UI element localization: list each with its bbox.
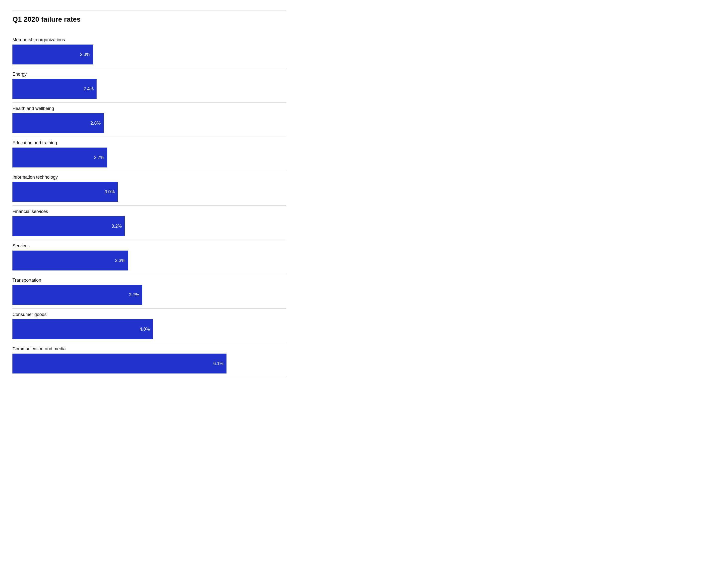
chart-row: Services3.3% <box>12 240 286 274</box>
row-label: Communication and media <box>12 343 286 353</box>
bar-value-label: 4.0% <box>140 327 150 332</box>
chart-row: Financial services3.2% <box>12 206 286 240</box>
bar: 2.3% <box>12 45 93 64</box>
bar-wrapper: 3.0% <box>12 182 286 205</box>
bar-value-label: 3.3% <box>115 258 125 263</box>
bar: 2.6% <box>12 113 104 133</box>
row-label: Membership organizations <box>12 34 286 45</box>
bar: 3.3% <box>12 250 128 270</box>
bar-value-label: 3.0% <box>105 189 115 194</box>
bar: 3.2% <box>12 216 125 236</box>
chart-row: Health and wellbeing2.6% <box>12 103 286 137</box>
bar: 4.0% <box>12 319 153 339</box>
bar-value-label: 2.6% <box>90 121 101 126</box>
row-label: Financial services <box>12 206 286 216</box>
bar-value-label: 3.2% <box>111 224 122 229</box>
bar-wrapper: 6.1% <box>12 353 286 377</box>
row-label: Consumer goods <box>12 309 286 319</box>
row-label: Energy <box>12 68 286 79</box>
chart-title: Q1 2020 failure rates <box>12 10 286 26</box>
bar-wrapper: 2.6% <box>12 113 286 137</box>
row-label: Health and wellbeing <box>12 103 286 113</box>
bar-value-label: 2.4% <box>83 86 94 91</box>
bar-wrapper: 2.4% <box>12 79 286 102</box>
row-label: Services <box>12 240 286 250</box>
chart-row: Energy2.4% <box>12 68 286 103</box>
chart-row: Education and training2.7% <box>12 137 286 171</box>
bar: 3.7% <box>12 285 142 305</box>
bar-value-label: 6.1% <box>213 361 224 366</box>
bar-wrapper: 3.3% <box>12 250 286 274</box>
bar-wrapper: 3.2% <box>12 216 286 240</box>
chart-row: Consumer goods4.0% <box>12 309 286 343</box>
bar: 6.1% <box>12 353 227 373</box>
bar-value-label: 2.7% <box>94 155 104 160</box>
chart-row: Information technology3.0% <box>12 171 286 206</box>
bar-value-label: 2.3% <box>80 52 90 57</box>
bar-value-label: 3.7% <box>129 292 139 298</box>
row-label: Information technology <box>12 171 286 182</box>
chart-row: Transportation3.7% <box>12 274 286 309</box>
bar-wrapper: 2.3% <box>12 45 286 68</box>
bar: 2.4% <box>12 79 97 99</box>
bar: 3.0% <box>12 182 118 202</box>
bar: 2.7% <box>12 148 107 167</box>
bar-wrapper: 4.0% <box>12 319 286 343</box>
bar-wrapper: 2.7% <box>12 148 286 171</box>
row-label: Education and training <box>12 137 286 148</box>
row-label: Transportation <box>12 274 286 285</box>
chart-container: Membership organizations2.3%Energy2.4%He… <box>12 34 286 377</box>
chart-row: Communication and media6.1% <box>12 343 286 377</box>
bar-wrapper: 3.7% <box>12 285 286 308</box>
chart-row: Membership organizations2.3% <box>12 34 286 68</box>
